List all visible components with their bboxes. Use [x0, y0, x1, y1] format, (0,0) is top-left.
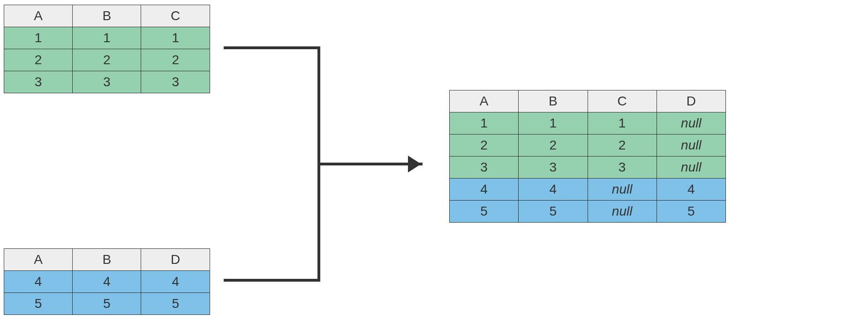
result-cell: null — [657, 157, 725, 179]
src1-cell: 3 — [4, 71, 73, 93]
src1-cell: 1 — [141, 27, 210, 49]
src2-header-a: A — [4, 249, 73, 271]
src2-cell: 4 — [4, 271, 73, 293]
src1-cell: 2 — [4, 49, 73, 71]
result-cell: 4 — [450, 179, 519, 201]
result-cell: 2 — [588, 135, 657, 157]
source-table-2: ABD444555 — [4, 248, 210, 315]
src2-cell: 5 — [73, 293, 141, 315]
result-cell: 4 — [519, 179, 588, 201]
result-cell: 1 — [588, 112, 657, 135]
table-row: 444 — [4, 271, 210, 293]
src1-header-b: B — [73, 5, 141, 27]
src1-cell: 1 — [4, 27, 73, 49]
src1-cell: 1 — [73, 27, 141, 49]
result-cell: 3 — [519, 157, 588, 179]
src2-cell: 5 — [4, 293, 73, 315]
src1-cell: 2 — [73, 49, 141, 71]
src2-header-d: D — [141, 249, 210, 271]
result-cell: 5 — [657, 201, 725, 223]
src2-cell: 4 — [141, 271, 210, 293]
result-header-d: D — [657, 90, 725, 112]
diagram-canvas: ABC111222333 ABD444555 ABCD111null222nul… — [0, 0, 868, 329]
table-row: 222null — [450, 135, 726, 157]
src1-header-a: A — [4, 5, 73, 27]
result-cell: 2 — [450, 135, 519, 157]
result-cell: 5 — [519, 201, 588, 223]
result-cell: 4 — [657, 179, 725, 201]
src2-cell: 5 — [141, 293, 210, 315]
result-cell: null — [588, 201, 657, 223]
result-cell: 5 — [450, 201, 519, 223]
result-cell: 2 — [519, 135, 588, 157]
src2-cell: 4 — [73, 271, 141, 293]
src2-header-b: B — [73, 249, 141, 271]
table-row: 333null — [450, 157, 726, 179]
result-cell: null — [588, 179, 657, 201]
result-cell: null — [657, 135, 725, 157]
result-cell: 3 — [588, 157, 657, 179]
result-header-c: C — [588, 90, 657, 112]
table-row: 333 — [4, 71, 210, 93]
result-cell: 3 — [450, 157, 519, 179]
result-cell: null — [657, 112, 725, 135]
src1-cell: 2 — [141, 49, 210, 71]
arrow-head-icon — [408, 156, 421, 172]
src1-cell: 3 — [73, 71, 141, 93]
source-table-1: ABC111222333 — [4, 5, 210, 93]
table-row: 222 — [4, 49, 210, 71]
result-header-b: B — [519, 90, 588, 112]
result-cell: 1 — [519, 112, 588, 135]
table-row: 555 — [4, 293, 210, 315]
merge-arrow — [216, 37, 441, 300]
table-row: 44null4 — [450, 179, 726, 201]
src1-cell: 3 — [141, 71, 210, 93]
table-row: 111null — [450, 112, 726, 135]
src1-header-c: C — [141, 5, 210, 27]
result-cell: 1 — [450, 112, 519, 135]
table-row: 111 — [4, 27, 210, 49]
result-table: ABCD111null222null333null44null455null5 — [449, 90, 726, 223]
table-row: 55null5 — [450, 201, 726, 223]
result-header-a: A — [450, 90, 519, 112]
